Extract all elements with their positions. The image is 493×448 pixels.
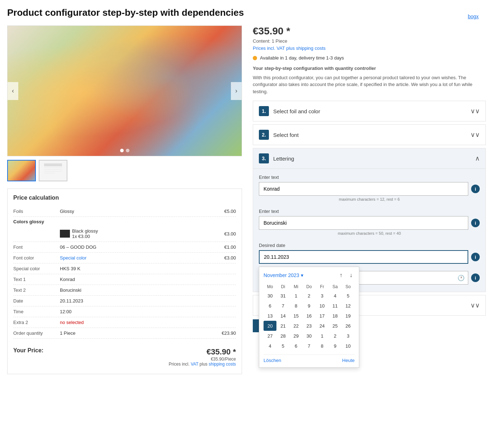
step-1-chevron: ∨ — [470, 107, 480, 115]
row-label: Order quantity — [13, 330, 56, 336]
calendar-day[interactable]: 2 — [328, 331, 341, 341]
calendar-day[interactable]: 19 — [342, 311, 355, 321]
svg-rect-4 — [44, 173, 55, 173]
time-info-icon[interactable]: i — [471, 273, 480, 282]
calendar-delete-button[interactable]: Löschen — [264, 358, 281, 363]
calendar-day[interactable]: 5 — [276, 341, 289, 351]
weekday-header: Sa — [328, 283, 341, 291]
calendar-day[interactable]: 27 — [264, 331, 276, 341]
calendar-day[interactable]: 5 — [342, 291, 355, 301]
calendar-day[interactable]: 2 — [303, 291, 316, 301]
calendar-day[interactable]: 9 — [328, 341, 341, 351]
text-field-2-info-icon[interactable]: i — [471, 219, 480, 227]
text-field-1-info-icon[interactable]: i — [471, 185, 480, 193]
config-step-2: 2. Select font ∨ — [253, 124, 486, 145]
calendar-day[interactable]: 22 — [290, 321, 303, 331]
text-field-2-group: Enter text i maximum characters = 50, re… — [259, 209, 480, 235]
carousel-dot — [120, 149, 124, 152]
calendar-day[interactable]: 16 — [303, 311, 316, 321]
config-step-1: 1. Select foil and color ∨ — [253, 101, 486, 121]
row-label: Text 2 — [13, 287, 56, 293]
calendar-day[interactable]: 7 — [303, 341, 316, 351]
table-row: Foils Glossy €5.00 — [13, 206, 236, 217]
thumbnail-1[interactable] — [7, 160, 36, 181]
price-calc-title: Price calculation — [13, 195, 236, 201]
calendar-day[interactable]: 18 — [328, 311, 341, 321]
calendar-day[interactable]: 3 — [342, 331, 355, 341]
clock-icon: 🕐 — [458, 275, 465, 281]
step-3-title: Lettering — [273, 156, 294, 162]
calendar-day[interactable]: 13 — [264, 311, 276, 321]
calendar-day[interactable]: 26 — [342, 321, 355, 331]
carousel-next-button[interactable]: › — [231, 82, 242, 100]
calendar-day[interactable]: 9 — [303, 301, 316, 311]
calendar-day[interactable]: 23 — [303, 321, 316, 331]
calendar-day[interactable]: 29 — [290, 331, 303, 341]
calendar-day[interactable]: 15 — [290, 311, 303, 321]
date-field-group: Desired date i November 2023 ▾ — [259, 243, 480, 264]
date-input[interactable] — [259, 250, 468, 264]
row-amount: €23.90 — [214, 330, 236, 336]
step-2-header[interactable]: 2. Select font ∨ — [253, 125, 485, 145]
calendar-day[interactable]: 10 — [316, 301, 328, 311]
calendar-day[interactable]: 25 — [328, 321, 341, 331]
calendar-day[interactable]: 17 — [316, 311, 328, 321]
calendar-day[interactable]: 6 — [264, 301, 276, 311]
step-2-number: 2. — [259, 130, 269, 140]
shipping-link[interactable]: Prices incl. VAT plus shipping costs — [253, 46, 326, 51]
table-row: Special color HKS 39 K — [13, 263, 236, 274]
calendar-day[interactable]: 10 — [342, 341, 355, 351]
calendar-day[interactable]: 1 — [290, 291, 303, 301]
availability-text: Available in 1 day, delivery time 1-3 da… — [260, 55, 344, 61]
text-field-1-label: Enter text — [259, 175, 480, 180]
date-field-label: Desired date — [259, 243, 480, 248]
calendar-day[interactable]: 7 — [276, 301, 289, 311]
row-value: 12:00 — [56, 309, 214, 314]
svg-rect-3 — [44, 171, 62, 172]
step-3-number: 3. — [259, 153, 269, 163]
calendar-next-button[interactable]: ↓ — [347, 271, 355, 279]
svg-rect-1 — [44, 167, 62, 168]
calendar-today[interactable]: 20 — [264, 321, 276, 331]
calendar-day[interactable]: 21 — [276, 321, 289, 331]
calendar-day[interactable]: 31 — [276, 291, 289, 301]
step-3-header[interactable]: 3. Lettering ∧ — [253, 148, 485, 168]
calendar-day[interactable]: 11 — [328, 301, 341, 311]
calendar-day[interactable]: 8 — [290, 301, 303, 311]
row-label: Font color — [13, 255, 56, 261]
text-input-1[interactable] — [259, 182, 468, 196]
calendar-day[interactable]: 4 — [328, 291, 341, 301]
calendar-today-button[interactable]: Heute — [342, 358, 355, 363]
calendar-day[interactable]: 8 — [316, 341, 328, 351]
text-field-1-group: Enter text i maximum characters = 12, re… — [259, 175, 480, 201]
row-value: HKS 39 K — [56, 266, 214, 271]
calendar-day[interactable]: 6 — [290, 341, 303, 351]
calendar-day[interactable]: 3 — [316, 291, 328, 301]
your-price-label: Your Price: — [13, 347, 43, 354]
calendar-day[interactable]: 14 — [276, 311, 289, 321]
calendar-day[interactable]: 1 — [316, 331, 328, 341]
availability-info: Available in 1 day, delivery time 1-3 da… — [253, 55, 486, 61]
calendar-day[interactable]: 12 — [342, 301, 355, 311]
text-input-2[interactable] — [259, 216, 468, 230]
calendar-prev-button[interactable]: ↑ — [337, 271, 345, 279]
top-link[interactable]: bogx — [468, 14, 479, 19]
calendar-day[interactable]: 30 — [303, 331, 316, 341]
calendar-day[interactable]: 28 — [276, 331, 289, 341]
step-1-header[interactable]: 1. Select foil and color ∨ — [253, 101, 485, 121]
calendar-day[interactable]: 4 — [264, 341, 276, 351]
row-label: Foils — [13, 209, 56, 214]
color-swatch-box — [60, 230, 70, 238]
thumbnail-2[interactable] — [39, 160, 67, 181]
table-row: Time 12:00 — [13, 306, 236, 317]
carousel-prev-button[interactable]: ‹ — [8, 82, 18, 100]
calendar-month-button[interactable]: November 2023 ▾ — [264, 272, 303, 278]
row-label: Font — [13, 244, 56, 250]
calendar-day[interactable]: 30 — [264, 291, 276, 301]
date-info-icon[interactable]: i — [471, 253, 480, 261]
calendar-popup: November 2023 ▾ ↑ ↓ — [259, 267, 359, 368]
step-3-chevron: ∧ — [475, 154, 480, 162]
table-row: Order quantity 1 Piece €23.90 — [13, 328, 236, 339]
config-step-3: 3. Lettering ∧ Enter text i maximum char… — [253, 148, 486, 292]
calendar-day[interactable]: 24 — [316, 321, 328, 331]
